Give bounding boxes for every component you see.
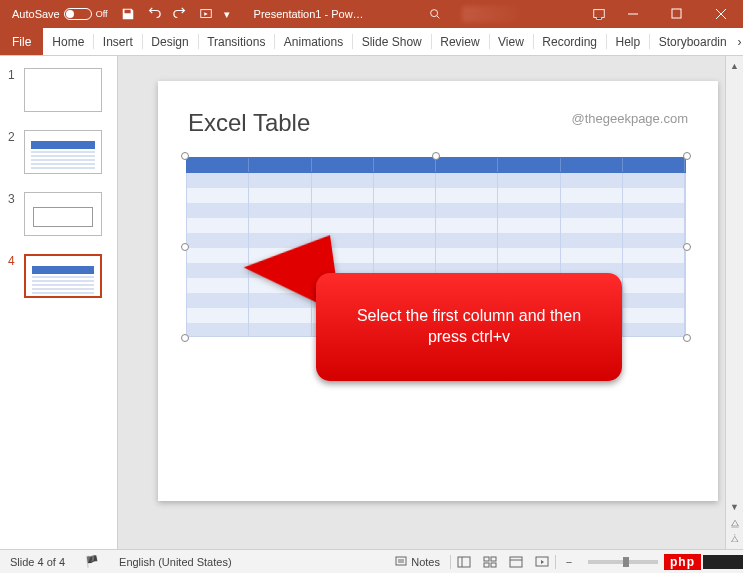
- selection-handle[interactable]: [181, 334, 189, 342]
- tab-design[interactable]: Design: [142, 28, 197, 55]
- normal-view-icon[interactable]: [451, 552, 477, 572]
- ribbon-tabs: File Home Insert Design Transitions Anim…: [0, 28, 743, 56]
- ribbon-display-options-icon[interactable]: [587, 2, 611, 26]
- title-center: [364, 6, 587, 22]
- slide-canvas-area[interactable]: Excel Table @thegeekpage.com Select the …: [118, 56, 743, 549]
- slide-thumbnail-4[interactable]: [24, 254, 102, 298]
- minimize-button[interactable]: [611, 0, 655, 28]
- document-title: Presentation1 - Pow…: [254, 8, 364, 20]
- svg-rect-4: [396, 557, 406, 565]
- callout-annotation[interactable]: Select the first column and then press c…: [316, 273, 622, 381]
- svg-rect-7: [491, 557, 496, 561]
- svg-point-1: [431, 10, 438, 17]
- tab-insert[interactable]: Insert: [94, 28, 142, 55]
- tab-recording[interactable]: Recording: [533, 28, 606, 55]
- notes-button[interactable]: Notes: [385, 556, 450, 568]
- zoom-slider[interactable]: [588, 560, 658, 564]
- selection-handle[interactable]: [683, 243, 691, 251]
- svg-rect-5: [458, 557, 470, 567]
- next-slide-icon[interactable]: ⧊: [727, 531, 743, 547]
- window-controls: [611, 0, 743, 28]
- slide-counter[interactable]: Slide 4 of 4: [0, 556, 75, 568]
- watermark-text: @thegeekpage.com: [571, 111, 688, 126]
- selection-handle[interactable]: [181, 152, 189, 160]
- language-indicator[interactable]: English (United States): [109, 556, 242, 568]
- from-beginning-icon[interactable]: [194, 2, 218, 26]
- autosave-state: Off: [96, 9, 108, 19]
- undo-icon[interactable]: [142, 2, 166, 26]
- status-bar: Slide 4 of 4 🏴 English (United States) N…: [0, 549, 743, 573]
- slide-sorter-view-icon[interactable]: [477, 552, 503, 572]
- tab-overflow-icon[interactable]: ›: [736, 28, 743, 55]
- tab-slide-show[interactable]: Slide Show: [353, 28, 431, 55]
- badge-extension: [703, 555, 743, 569]
- tab-review[interactable]: Review: [431, 28, 488, 55]
- tab-view[interactable]: View: [489, 28, 533, 55]
- tab-storyboarding[interactable]: Storyboardin: [650, 28, 736, 55]
- qat-more-icon[interactable]: ▾: [220, 2, 234, 26]
- autosave-toggle[interactable]: AutoSave Off: [6, 8, 114, 20]
- svg-rect-6: [484, 557, 489, 561]
- autosave-switch[interactable]: [64, 8, 92, 20]
- tab-transitions[interactable]: Transitions: [198, 28, 274, 55]
- thumb-number: 2: [8, 130, 18, 144]
- close-button[interactable]: [699, 0, 743, 28]
- spellcheck-icon[interactable]: 🏴: [75, 555, 109, 568]
- thumb-number: 1: [8, 68, 18, 82]
- slide-thumbnails-pane[interactable]: 1 2 3 4: [0, 56, 118, 549]
- autosave-label: AutoSave: [12, 8, 60, 20]
- scroll-up-icon[interactable]: ▲: [727, 58, 743, 74]
- save-icon[interactable]: [116, 2, 140, 26]
- redo-icon[interactable]: [168, 2, 192, 26]
- thumb-number: 3: [8, 192, 18, 206]
- svg-rect-8: [484, 563, 489, 567]
- quick-access-toolbar: AutoSave Off ▾: [0, 2, 234, 26]
- table-object[interactable]: Select the first column and then press c…: [186, 157, 686, 337]
- vertical-scrollbar[interactable]: ▲ ▼ ⧋ ⧊: [725, 56, 743, 549]
- selection-handle[interactable]: [683, 152, 691, 160]
- tab-animations[interactable]: Animations: [275, 28, 352, 55]
- selection-handle[interactable]: [683, 334, 691, 342]
- work-area: 1 2 3 4 Excel Table @thegeekpage.com: [0, 56, 743, 549]
- svg-rect-2: [594, 10, 605, 18]
- reading-view-icon[interactable]: [503, 552, 529, 572]
- scroll-down-icon[interactable]: ▼: [727, 499, 743, 515]
- slide-canvas[interactable]: Excel Table @thegeekpage.com Select the …: [158, 81, 718, 501]
- slide-thumbnail-3[interactable]: [24, 192, 102, 236]
- title-bar: AutoSave Off ▾ Presentation1 - Pow…: [0, 0, 743, 28]
- callout-text: Select the first column and then press c…: [340, 306, 598, 348]
- php-badge: php: [664, 554, 701, 570]
- slideshow-view-icon[interactable]: [529, 552, 555, 572]
- slide-thumbnail-2[interactable]: [24, 130, 102, 174]
- thumb-number: 4: [8, 254, 18, 268]
- slide-thumbnail-1[interactable]: [24, 68, 102, 112]
- maximize-button[interactable]: [655, 0, 699, 28]
- previous-slide-icon[interactable]: ⧋: [727, 515, 743, 531]
- tab-home[interactable]: Home: [43, 28, 93, 55]
- account-indicator[interactable]: [462, 6, 522, 22]
- notes-icon: [395, 556, 407, 568]
- svg-rect-3: [672, 9, 681, 18]
- tab-file[interactable]: File: [0, 28, 43, 55]
- svg-rect-10: [510, 557, 522, 567]
- slide-title[interactable]: Excel Table: [188, 109, 310, 137]
- selection-handle[interactable]: [181, 243, 189, 251]
- selection-handle[interactable]: [432, 152, 440, 160]
- svg-rect-9: [491, 563, 496, 567]
- tab-help[interactable]: Help: [606, 28, 649, 55]
- search-icon[interactable]: [428, 7, 442, 21]
- notes-label: Notes: [411, 556, 440, 568]
- zoom-out-button[interactable]: −: [556, 552, 582, 572]
